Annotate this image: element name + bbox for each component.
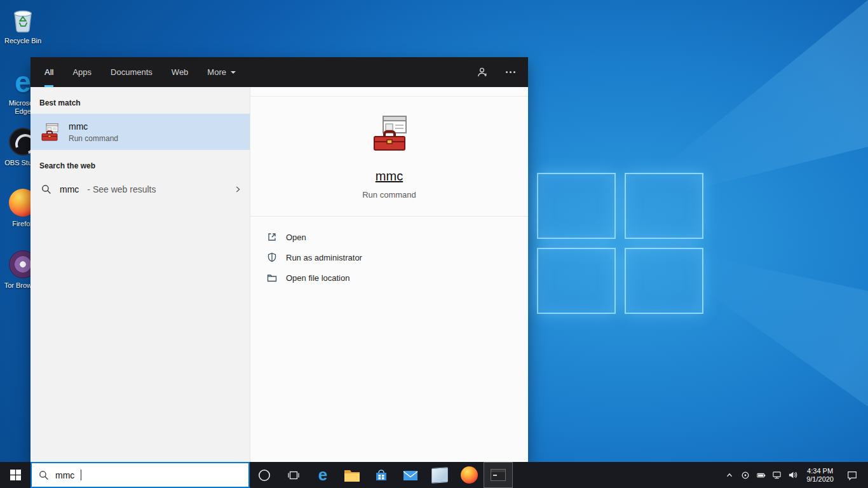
windows-logo — [537, 173, 703, 314]
chevron-right-icon[interactable] — [233, 185, 242, 194]
system-tray: 4:34 PM 9/1/2020 — [721, 462, 868, 488]
best-match-heading: Best match — [39, 98, 250, 107]
search-input-value: mmc — [55, 470, 74, 480]
tab-label: Web — [172, 67, 189, 77]
web-search-result[interactable]: mmc - See web results — [31, 177, 250, 202]
mail-icon — [402, 468, 419, 482]
cortana-icon — [257, 468, 271, 482]
windows-logo-pane — [537, 173, 616, 239]
network-button[interactable] — [769, 462, 785, 488]
best-match-result[interactable]: mmc Run command — [31, 114, 250, 150]
search-tabs-bar: All Apps Documents Web More — [31, 57, 528, 87]
store-icon — [374, 468, 389, 483]
folder-location-icon — [267, 273, 277, 283]
chevron-up-icon — [725, 471, 734, 480]
tab-apps[interactable]: Apps — [72, 57, 92, 87]
action-label: Run as administrator — [286, 253, 362, 262]
start-icon — [10, 470, 21, 480]
taskbar-file-explorer-button[interactable] — [337, 462, 367, 488]
file-explorer-icon — [344, 468, 360, 482]
tab-web[interactable]: Web — [172, 57, 189, 87]
preview-card: mmc Run command Open — [250, 96, 528, 463]
clock-date: 9/1/2020 — [806, 475, 834, 484]
tab-label: Documents — [111, 67, 153, 77]
open-icon — [267, 232, 277, 242]
action-center-button[interactable] — [839, 462, 865, 488]
search-results-area: Best match mmc — [31, 87, 528, 463]
action-open[interactable]: Open — [267, 227, 528, 247]
text-caret — [81, 470, 81, 480]
windows-logo-pane — [625, 173, 703, 239]
network-icon — [772, 470, 782, 480]
search-icon — [41, 184, 51, 194]
tab-label: All — [44, 67, 53, 77]
task-view-icon — [287, 469, 300, 482]
cmd-icon — [491, 469, 506, 481]
clock-time: 4:34 PM — [806, 467, 834, 475]
task-view-button[interactable] — [279, 462, 308, 488]
taskbar-mail-button[interactable] — [396, 462, 425, 488]
battery-button[interactable] — [753, 462, 769, 488]
tab-label: More — [207, 67, 226, 77]
result-subtitle: Run command — [69, 134, 118, 143]
taskbar: mmc e — [0, 462, 868, 488]
tab-all[interactable]: All — [44, 57, 53, 87]
result-title: mmc — [69, 121, 118, 132]
taskbar-store-button[interactable] — [367, 462, 396, 488]
account-icon[interactable] — [476, 66, 488, 78]
action-label: Open — [286, 233, 306, 242]
edge-icon: e — [318, 465, 327, 485]
search-icon — [39, 470, 49, 480]
desktop-icon-recycle-bin[interactable]: Recycle Bin — [1, 5, 44, 45]
results-list: Best match mmc — [31, 87, 250, 463]
action-run-as-administrator[interactable]: Run as administrator — [267, 247, 528, 268]
taskbar-edge-button[interactable]: e — [308, 462, 337, 488]
taskbar-cmd-button[interactable] — [484, 462, 513, 488]
preview-title[interactable]: mmc — [376, 169, 403, 184]
preview-pane: mmc Run command Open — [250, 87, 528, 463]
action-label: Open file location — [286, 273, 349, 283]
web-query-text: mmc — [60, 184, 79, 194]
taskbar-clock[interactable]: 4:34 PM 9/1/2020 — [801, 467, 839, 484]
app-window-icon — [431, 467, 448, 484]
web-query-suffix: - See web results — [87, 184, 156, 194]
taskbar-app-window-button[interactable] — [425, 462, 454, 488]
volume-button[interactable] — [785, 462, 801, 488]
action-open-file-location[interactable]: Open file location — [267, 268, 528, 288]
tab-more[interactable]: More — [207, 57, 236, 87]
tab-label: Apps — [72, 67, 92, 77]
action-list: Open Run as administrator — [250, 217, 528, 288]
tray-app-button[interactable] — [737, 462, 753, 488]
best-match-text: mmc Run command — [69, 121, 118, 143]
cortana-button[interactable] — [250, 462, 279, 488]
preview-subtitle: Run command — [362, 190, 416, 200]
ellipsis-icon[interactable] — [506, 71, 515, 73]
battery-icon — [756, 471, 766, 480]
mmc-toolbox-icon — [39, 122, 60, 142]
tray-app-icon — [741, 471, 750, 480]
windows-logo-pane — [537, 248, 616, 314]
windows-logo-pane — [625, 248, 703, 314]
mmc-toolbox-icon-large — [369, 113, 410, 156]
chevron-down-icon — [231, 71, 236, 76]
desktop-icon-label: Recycle Bin — [1, 37, 44, 45]
firefox-icon — [461, 466, 478, 484]
volume-icon — [788, 470, 797, 480]
tab-documents[interactable]: Documents — [111, 57, 153, 87]
recycle-bin-icon — [8, 5, 37, 34]
start-button[interactable] — [0, 462, 31, 488]
admin-shield-icon — [267, 252, 277, 262]
taskbar-firefox-button[interactable] — [454, 462, 484, 488]
search-the-web-heading: Search the web — [39, 161, 250, 170]
hidden-icons-button[interactable] — [721, 462, 737, 488]
search-header-actions — [476, 57, 515, 87]
taskbar-search-input[interactable]: mmc — [31, 462, 250, 488]
search-flyout: All Apps Documents Web More B — [31, 57, 528, 463]
action-center-icon — [846, 470, 858, 481]
